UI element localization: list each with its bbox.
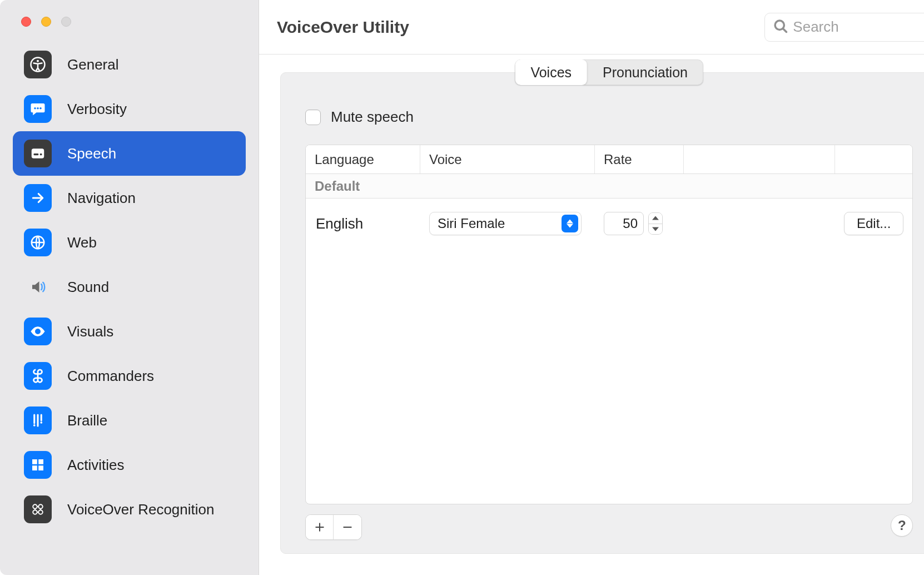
edit-button[interactable]: Edit...: [844, 212, 903, 235]
sidebar-item-label: Commanders: [67, 368, 154, 385]
sidebar-item-label: Web: [67, 234, 97, 251]
mute-speech-row: Mute speech: [305, 108, 913, 126]
sidebar-item-label: General: [67, 56, 119, 73]
table-group-default: Default: [306, 174, 912, 199]
sidebar-item-label: Sound: [67, 279, 109, 296]
accessibility-icon: [24, 51, 52, 78]
main: VoiceOver Utility Voices Pronunciation M…: [259, 0, 924, 575]
tab-pronunciation[interactable]: Pronunciation: [587, 60, 703, 85]
mute-speech-checkbox[interactable]: [305, 110, 321, 125]
caption-icon: [24, 140, 52, 167]
minimize-window-button[interactable]: [41, 17, 51, 27]
voice-popup-button[interactable]: Siri Female: [429, 212, 582, 235]
sidebar-item-label: Navigation: [67, 190, 136, 207]
svg-point-10: [33, 424, 36, 427]
braille-icon: [24, 407, 52, 434]
sidebar-item-label: Visuals: [67, 323, 113, 340]
svg-rect-7: [40, 153, 42, 155]
chevron-up-down-icon: [562, 215, 578, 232]
globe-icon: [24, 229, 52, 256]
svg-point-15: [38, 510, 43, 514]
help-button[interactable]: ?: [891, 514, 913, 537]
grid-icon: [24, 451, 52, 479]
rate-input[interactable]: [604, 212, 644, 235]
svg-point-2: [34, 107, 36, 110]
sidebar-item-voiceover-recognition[interactable]: VoiceOver Recognition: [13, 487, 246, 532]
sidebar-item-label: VoiceOver Recognition: [67, 501, 214, 518]
rate-step-up[interactable]: [649, 213, 662, 224]
column-header-language[interactable]: Language: [306, 145, 420, 174]
mute-speech-label: Mute speech: [331, 108, 414, 126]
sidebar-item-braille[interactable]: Braille: [13, 398, 246, 443]
sidebar-item-navigation[interactable]: Navigation: [13, 176, 246, 220]
tab-voices[interactable]: Voices: [515, 60, 587, 85]
svg-point-3: [37, 107, 39, 110]
remove-button[interactable]: [334, 515, 361, 539]
search-input[interactable]: [793, 18, 924, 36]
svg-rect-6: [34, 153, 39, 155]
window-controls: [0, 11, 259, 42]
search-field[interactable]: [764, 13, 924, 42]
svg-point-1: [37, 60, 39, 62]
arrow-right-square-icon: [24, 184, 52, 212]
sidebar-item-general[interactable]: General: [13, 42, 246, 87]
speaker-icon: [24, 273, 52, 301]
column-header-voice[interactable]: Voice: [420, 145, 595, 174]
rate-stepper-buttons: [648, 212, 663, 235]
sidebar-item-label: Verbosity: [67, 101, 127, 118]
zoom-window-button[interactable]: [61, 17, 71, 27]
column-header-blank: [684, 145, 835, 174]
table-header: Language Voice Rate: [306, 145, 912, 174]
command-icon: [24, 362, 52, 390]
rate-stepper: [604, 212, 663, 235]
sidebar-item-speech[interactable]: Speech: [13, 131, 246, 176]
cell-language: English: [315, 215, 429, 232]
panel: Voices Pronunciation Mute speech Languag…: [280, 72, 924, 554]
add-button[interactable]: [306, 515, 334, 539]
sidebar-item-sound[interactable]: Sound: [13, 265, 246, 309]
sidebar-item-activities[interactable]: Activities: [13, 443, 246, 487]
page-title: VoiceOver Utility: [277, 18, 753, 37]
sidebar: General Verbosity Speech Navigation: [0, 0, 259, 575]
tab-bar: Voices Pronunciation: [515, 60, 703, 85]
eye-icon: [24, 318, 52, 345]
search-icon: [773, 18, 788, 36]
svg-point-12: [33, 504, 37, 509]
sidebar-item-visuals[interactable]: Visuals: [13, 309, 246, 354]
content: Voices Pronunciation Mute speech Languag…: [259, 54, 924, 575]
voice-value: Siri Female: [438, 216, 505, 231]
table-row[interactable]: English Siri Female: [306, 199, 912, 249]
toolbar: VoiceOver Utility: [259, 0, 924, 54]
svg-point-9: [37, 330, 39, 333]
add-remove-group: [305, 514, 362, 540]
column-header-rate[interactable]: Rate: [595, 145, 684, 174]
svg-point-11: [40, 422, 42, 424]
recognition-icon: [24, 495, 52, 523]
sidebar-item-label: Speech: [67, 145, 116, 162]
sidebar-item-commanders[interactable]: Commanders: [13, 354, 246, 398]
svg-point-14: [33, 510, 37, 514]
window: General Verbosity Speech Navigation: [0, 0, 924, 575]
voices-table: Language Voice Rate Default English Siri…: [305, 145, 913, 504]
close-window-button[interactable]: [21, 17, 31, 27]
sidebar-list: General Verbosity Speech Navigation: [0, 42, 259, 532]
sidebar-item-label: Activities: [67, 457, 125, 474]
footer-controls: ?: [305, 514, 913, 540]
column-header-edit: [835, 145, 912, 174]
svg-point-13: [38, 504, 43, 509]
sidebar-item-web[interactable]: Web: [13, 220, 246, 265]
svg-point-4: [39, 107, 42, 110]
sidebar-item-label: Braille: [67, 412, 107, 429]
sidebar-item-verbosity[interactable]: Verbosity: [13, 87, 246, 131]
speech-bubble-icon: [24, 95, 52, 123]
rate-step-down[interactable]: [649, 224, 662, 235]
